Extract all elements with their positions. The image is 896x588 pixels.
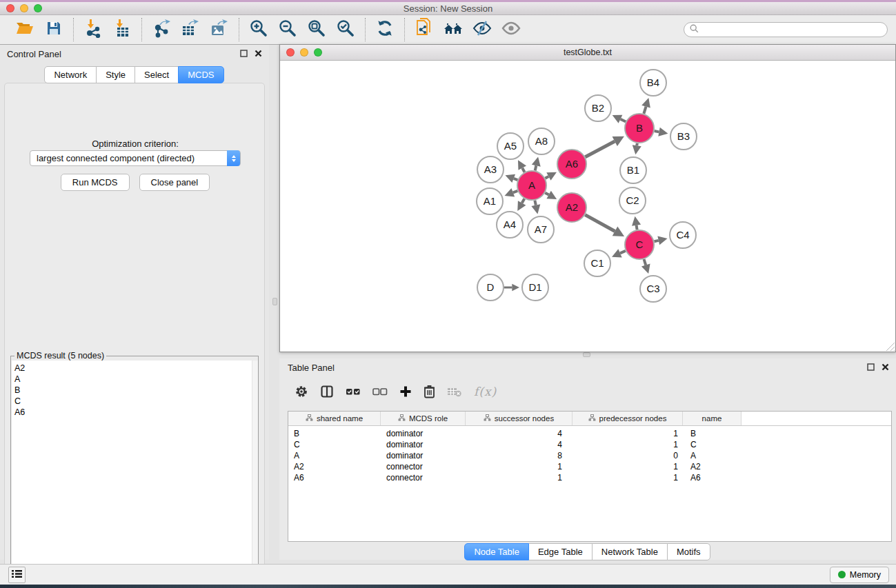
table-cell[interactable]: 1 <box>573 429 683 438</box>
graph-node-A5[interactable]: A5 <box>497 133 524 159</box>
memory-button[interactable]: Memory <box>830 567 889 583</box>
table-cell[interactable]: 4 <box>466 440 573 449</box>
table-cell[interactable]: A6 <box>288 473 381 483</box>
export-table-button[interactable] <box>179 19 201 41</box>
table-cell[interactable]: 1 <box>573 462 683 472</box>
save-session-button[interactable] <box>43 19 65 41</box>
graph-edge-C-C4[interactable] <box>654 236 667 245</box>
graph-node-B1[interactable]: B1 <box>620 157 646 183</box>
zoom-network-button[interactable] <box>314 48 322 57</box>
home-view-button[interactable] <box>442 19 464 41</box>
graph-node-B[interactable]: B <box>625 114 654 143</box>
list-item[interactable]: B <box>12 385 258 396</box>
show-all-button[interactable] <box>500 19 522 41</box>
graph-edge-B-B1[interactable] <box>633 143 641 154</box>
column-header-shared-name[interactable]: shared name <box>288 412 381 425</box>
graph-node-A3[interactable]: A3 <box>477 156 504 183</box>
float-panel-icon[interactable] <box>867 361 875 374</box>
table-row[interactable]: Cdominator41C <box>288 439 891 450</box>
node-table[interactable]: shared nameMCDS rolesuccessor nodesprede… <box>288 411 892 542</box>
table-cell[interactable]: A <box>683 451 741 460</box>
graph-node-D[interactable]: D <box>477 274 504 301</box>
graph-edge-A-A6[interactable] <box>545 172 557 181</box>
graph-edge-A-A3[interactable] <box>505 174 517 183</box>
list-item[interactable]: C <box>12 396 258 407</box>
float-panel-icon[interactable] <box>240 48 248 60</box>
tab-node-table[interactable]: Node Table <box>464 543 529 560</box>
search-field[interactable] <box>684 22 888 37</box>
list-item[interactable]: A2 <box>12 361 258 374</box>
graph-node-A7[interactable]: A7 <box>528 216 554 243</box>
graph-edge-A-A7[interactable] <box>531 201 540 214</box>
import-table-button[interactable] <box>111 19 133 41</box>
table-cell[interactable]: C <box>683 440 741 449</box>
graph-edge-A-A4[interactable] <box>517 199 526 211</box>
graph-edge-A-A8[interactable] <box>532 156 541 170</box>
table-cell[interactable]: 1 <box>573 440 683 449</box>
table-cell[interactable]: connector <box>381 473 466 483</box>
task-history-button[interactable] <box>8 567 26 583</box>
graph-node-C[interactable]: C <box>625 230 654 259</box>
network-from-selection-button[interactable] <box>413 19 435 41</box>
graph-node-A8[interactable]: A8 <box>528 128 555 154</box>
list-item[interactable]: A6 <box>12 407 258 418</box>
run-mcds-button[interactable]: Run MCDS <box>61 174 130 191</box>
hide-selected-button[interactable] <box>471 19 493 41</box>
table-cell[interactable]: A6 <box>683 473 741 483</box>
vertical-splitter-handle[interactable] <box>272 298 277 305</box>
open-session-button[interactable] <box>14 19 36 41</box>
network-canvas[interactable]: AA1A2A3A4A5A6A7A8BB1B2B3B4CC1C2C3C4DD1 <box>280 61 895 352</box>
refresh-button[interactable] <box>374 19 396 41</box>
table-cell[interactable]: 1 <box>573 473 683 483</box>
table-cell[interactable]: A <box>288 451 381 460</box>
tab-network-table[interactable]: Network Table <box>592 543 668 560</box>
graph-node-B2[interactable]: B2 <box>585 95 611 121</box>
delete-column-button[interactable] <box>424 384 435 399</box>
table-cell[interactable]: 4 <box>466 429 573 438</box>
table-row[interactable]: Adominator80A <box>288 450 891 461</box>
graph-node-C2[interactable]: C2 <box>619 187 646 214</box>
graph-edge-C-C3[interactable] <box>641 259 650 274</box>
export-image-button[interactable] <box>208 19 230 41</box>
graph-edge-D-D1[interactable] <box>504 284 519 292</box>
graph-edge-A6-B[interactable] <box>585 136 624 157</box>
network-graph[interactable]: AA1A2A3A4A5A6A7A8BB1B2B3B4CC1C2C3C4DD1 <box>280 61 895 352</box>
export-network-button[interactable] <box>150 19 172 41</box>
table-cell[interactable]: 0 <box>573 451 683 460</box>
graph-node-C1[interactable]: C1 <box>584 250 610 276</box>
table-cell[interactable]: dominator <box>381 451 466 460</box>
minimize-network-button[interactable] <box>300 48 308 57</box>
table-cell[interactable]: A2 <box>288 462 381 472</box>
graph-edge-A-A2[interactable] <box>545 191 557 199</box>
zoom-selected-button[interactable] <box>335 19 357 41</box>
graph-node-A6[interactable]: A6 <box>557 150 586 179</box>
tab-style[interactable]: Style <box>96 66 135 83</box>
close-panel-icon[interactable] <box>882 361 889 374</box>
table-cell[interactable]: 8 <box>466 451 573 460</box>
criterion-dropdown[interactable]: largest connected component (directed) <box>30 150 241 166</box>
graph-edge-A-A5[interactable] <box>518 160 526 172</box>
graph-node-B3[interactable]: B3 <box>670 123 697 150</box>
graph-edge-C-C1[interactable] <box>612 249 626 257</box>
close-window-button[interactable] <box>6 4 14 12</box>
table-row[interactable]: Bdominator41B <box>288 428 891 439</box>
graph-edge-B-B3[interactable] <box>655 128 668 136</box>
table-cell[interactable]: 1 <box>466 462 573 472</box>
graph-edge-B-B2[interactable] <box>613 115 626 123</box>
column-header-predecessor-nodes[interactable]: predecessor nodes <box>573 412 683 425</box>
column-header-MCDS-role[interactable]: MCDS role <box>381 412 466 425</box>
table-row[interactable]: A2connector11A2 <box>288 461 891 472</box>
close-network-button[interactable] <box>286 48 295 57</box>
tab-select[interactable]: Select <box>135 66 179 83</box>
zoom-out-button[interactable] <box>277 19 299 41</box>
zoom-in-button[interactable] <box>248 19 270 41</box>
table-cell[interactable]: B <box>288 429 381 438</box>
import-network-button[interactable] <box>82 19 104 41</box>
table-settings-button[interactable] <box>295 384 308 399</box>
network-window-titlebar[interactable]: testGlobe.txt <box>280 45 895 61</box>
table-cell[interactable]: dominator <box>381 440 466 449</box>
graph-node-A[interactable]: A <box>517 171 546 200</box>
list-item[interactable]: A <box>12 374 258 385</box>
tab-network[interactable]: Network <box>44 66 97 83</box>
table-cell[interactable]: B <box>683 429 741 438</box>
